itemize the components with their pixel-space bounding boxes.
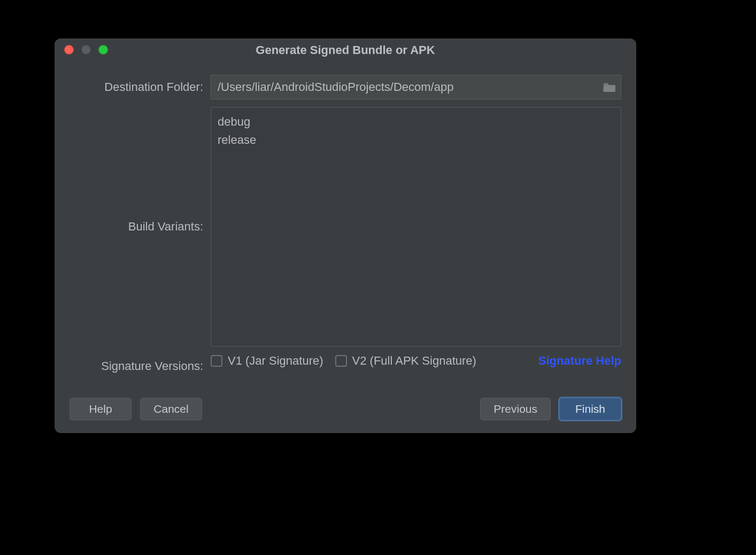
generate-signed-bundle-dialog: Generate Signed Bundle or APK Destinatio… bbox=[55, 38, 636, 433]
signature-versions-label: Signature Versions: bbox=[70, 354, 203, 373]
destination-folder-field[interactable]: /Users/liar/AndroidStudioProjects/Decom/… bbox=[211, 75, 621, 99]
v2-signature-checkbox[interactable] bbox=[335, 355, 347, 367]
dialog-content: Destination Folder: /Users/liar/AndroidS… bbox=[55, 62, 636, 388]
destination-folder-label: Destination Folder: bbox=[70, 75, 203, 94]
v1-signature-checkbox[interactable] bbox=[211, 355, 222, 367]
cancel-button[interactable]: Cancel bbox=[140, 398, 202, 420]
zoom-window-button[interactable] bbox=[98, 45, 108, 55]
variant-item-release[interactable]: release bbox=[218, 131, 614, 149]
variant-item-debug[interactable]: debug bbox=[218, 113, 614, 131]
window-controls bbox=[64, 45, 108, 55]
build-variants-list[interactable]: debug release bbox=[211, 107, 621, 346]
previous-button[interactable]: Previous bbox=[480, 398, 551, 420]
dialog-title: Generate Signed Bundle or APK bbox=[256, 43, 435, 57]
v1-signature-label: V1 (Jar Signature) bbox=[228, 354, 323, 368]
help-button[interactable]: Help bbox=[70, 398, 132, 420]
minimize-window-button[interactable] bbox=[81, 45, 91, 55]
signature-help-link[interactable]: Signature Help bbox=[538, 354, 621, 368]
v1-signature-checkbox-wrap[interactable]: V1 (Jar Signature) bbox=[211, 354, 323, 368]
signature-versions-row: V1 (Jar Signature) V2 (Full APK Signatur… bbox=[211, 354, 621, 368]
destination-folder-value: /Users/liar/AndroidStudioProjects/Decom/… bbox=[218, 80, 453, 94]
v2-signature-checkbox-wrap[interactable]: V2 (Full APK Signature) bbox=[335, 354, 476, 368]
v2-signature-label: V2 (Full APK Signature) bbox=[352, 354, 476, 368]
browse-folder-icon[interactable] bbox=[603, 81, 616, 93]
build-variants-label: Build Variants: bbox=[70, 220, 203, 234]
close-window-button[interactable] bbox=[64, 45, 74, 55]
titlebar: Generate Signed Bundle or APK bbox=[55, 38, 636, 62]
finish-button[interactable]: Finish bbox=[559, 398, 621, 420]
dialog-footer: Help Cancel Previous Finish bbox=[55, 388, 636, 433]
